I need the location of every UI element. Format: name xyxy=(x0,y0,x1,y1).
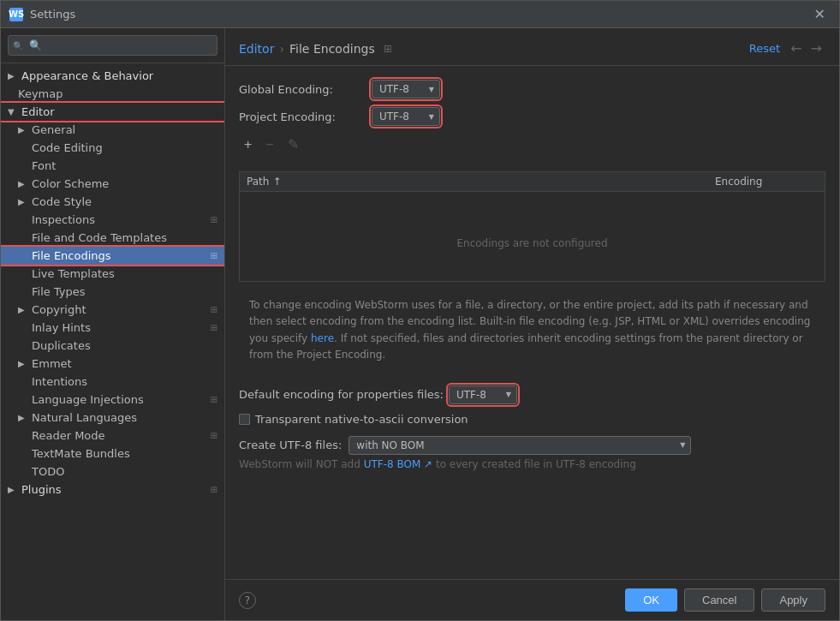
default-encoding-row: Default encoding for properties files: U… xyxy=(239,385,825,404)
sidebar-item-appearance[interactable]: ▶ Appearance & Behavior xyxy=(1,67,224,85)
sidebar-item-inlay-hints[interactable]: Inlay Hints ⊞ xyxy=(1,319,224,337)
sidebar-item-label: File Encodings xyxy=(32,249,111,262)
chevron-right-icon: ▶ xyxy=(18,413,30,422)
global-encoding-row: Global Encoding: UTF-8 ▼ xyxy=(239,80,825,99)
sidebar-item-copyright[interactable]: ▶ Copyright ⊞ xyxy=(1,301,224,319)
col-path-header[interactable]: Path ↑ xyxy=(247,176,715,188)
chevron-down-icon: ▼ xyxy=(8,107,20,116)
col-encoding-header: Encoding xyxy=(715,176,818,188)
help-button[interactable]: ? xyxy=(239,592,256,609)
apply-button[interactable]: Apply xyxy=(761,588,825,612)
sidebar-item-file-encodings[interactable]: File Encodings ⊞ xyxy=(1,247,224,265)
breadcrumb-separator: › xyxy=(279,42,284,56)
info-text: To change encoding WebStorm uses for a f… xyxy=(239,289,825,372)
encoding-form: Global Encoding: UTF-8 ▼ Project Encodin… xyxy=(225,66,839,171)
sidebar-tree: ▶ Appearance & Behavior Keymap ▼ Editor … xyxy=(1,63,224,620)
transparent-checkbox-row: Transparent native-to-ascii conversion xyxy=(239,413,825,426)
ok-button[interactable]: OK xyxy=(625,588,677,612)
sidebar-item-label: Inlay Hints xyxy=(32,321,91,334)
sidebar-item-natural-languages[interactable]: ▶ Natural Languages xyxy=(1,409,224,427)
col-path-sort-icon: ↑ xyxy=(272,176,281,188)
default-encoding-dropdown[interactable]: UTF-8 ▼ xyxy=(449,385,517,404)
chevron-right-icon: ▶ xyxy=(18,305,30,314)
sidebar-item-code-style[interactable]: ▶ Code Style xyxy=(1,193,224,211)
project-encoding-row: Project Encoding: UTF-8 ▼ xyxy=(239,107,825,126)
sidebar-item-label: TextMate Bundles xyxy=(32,447,130,460)
sidebar-item-label: Live Templates xyxy=(32,267,115,280)
sidebar-item-textmate-bundles[interactable]: TextMate Bundles xyxy=(1,445,224,463)
breadcrumb-config-icon: ⊞ xyxy=(384,43,392,55)
dropdown-arrow-icon: ▼ xyxy=(680,441,685,449)
sidebar-item-file-and-code-templates[interactable]: File and Code Templates xyxy=(1,229,224,247)
sidebar-item-reader-mode[interactable]: Reader Mode ⊞ xyxy=(1,427,224,445)
sidebar-item-code-editing[interactable]: Code Editing xyxy=(1,139,224,157)
breadcrumb: Editor › File Encodings ⊞ xyxy=(239,42,392,56)
sidebar-item-label: Keymap xyxy=(18,87,63,100)
transparent-label: Transparent native-to-ascii conversion xyxy=(255,413,468,426)
sidebar-item-duplicates[interactable]: Duplicates xyxy=(1,337,224,355)
config-icon: ⊞ xyxy=(211,305,217,314)
edit-button[interactable]: ✎ xyxy=(283,134,304,154)
titlebar: WS Settings ✕ xyxy=(1,1,839,28)
reset-button[interactable]: Reset xyxy=(749,42,780,55)
sidebar-item-plugins[interactable]: ▶ Plugins ⊞ xyxy=(1,481,224,499)
cancel-button[interactable]: Cancel xyxy=(684,588,754,612)
sidebar-item-emmet[interactable]: ▶ Emmet xyxy=(1,355,224,373)
sidebar-item-label: Intentions xyxy=(32,375,87,388)
dropdown-arrow-icon: ▼ xyxy=(429,113,434,121)
chevron-icon: ▶ xyxy=(8,71,20,81)
main-panel: Editor › File Encodings ⊞ Reset ← → G xyxy=(225,28,839,620)
sidebar-item-color-scheme[interactable]: ▶ Color Scheme xyxy=(1,175,224,193)
create-value: with NO BOM xyxy=(356,439,424,451)
chevron-right-icon: ▶ xyxy=(8,485,20,494)
sidebar-item-label: Plugins xyxy=(21,483,62,496)
search-input[interactable] xyxy=(8,35,217,56)
note-link[interactable]: UTF-8 BOM ↗ xyxy=(364,458,432,470)
add-button[interactable]: + xyxy=(239,135,257,154)
project-encoding-value: UTF-8 xyxy=(379,110,409,122)
note-text-part1: WebStorm will NOT add xyxy=(239,458,364,470)
sidebar-item-file-types[interactable]: File Types xyxy=(1,283,224,301)
sidebar-item-label: Color Scheme xyxy=(32,177,109,190)
sidebar-item-label: Code Editing xyxy=(32,141,103,154)
window-title: Settings xyxy=(30,8,809,21)
header-actions: Reset ← → xyxy=(749,39,825,58)
create-utf8-row: Create UTF-8 files: with NO BOM ▼ xyxy=(239,436,825,455)
nav-back-button[interactable]: ← xyxy=(787,39,805,58)
global-encoding-label: Global Encoding: xyxy=(239,83,372,96)
global-encoding-dropdown[interactable]: UTF-8 ▼ xyxy=(372,80,440,99)
sidebar-item-label: Inspections xyxy=(32,213,95,226)
sidebar-item-label: Reader Mode xyxy=(32,429,105,442)
bottom-bar: ? OK Cancel Apply xyxy=(225,579,839,620)
sidebar-item-intentions[interactable]: Intentions xyxy=(1,373,224,391)
remove-button[interactable]: − xyxy=(260,135,278,154)
nav-arrows: ← → xyxy=(787,39,825,58)
sidebar-item-font[interactable]: Font xyxy=(1,157,224,175)
settings-window: WS Settings ✕ ▶ Appearance & Behavior Ke… xyxy=(0,0,840,621)
sidebar-item-live-templates[interactable]: Live Templates xyxy=(1,265,224,283)
dropdown-arrow-icon: ▼ xyxy=(429,86,434,93)
table-toolbar: + − ✎ xyxy=(239,134,825,154)
sidebar-item-keymap[interactable]: Keymap xyxy=(1,85,224,103)
sidebar-item-editor[interactable]: ▼ Editor xyxy=(1,103,224,121)
sidebar-item-label: Emmet xyxy=(32,357,72,370)
create-label: Create UTF-8 files: xyxy=(239,439,342,451)
transparent-checkbox[interactable] xyxy=(239,414,250,425)
breadcrumb-parent[interactable]: Editor xyxy=(239,42,274,56)
config-icon: ⊞ xyxy=(211,323,217,332)
global-encoding-value: UTF-8 xyxy=(379,83,409,95)
info-link[interactable]: here xyxy=(311,332,334,344)
create-dropdown[interactable]: with NO BOM ▼ xyxy=(349,436,691,455)
dropdown-arrow-icon: ▼ xyxy=(506,391,511,398)
sidebar-item-language-injections[interactable]: Language Injections ⊞ xyxy=(1,391,224,409)
project-encoding-label: Project Encoding: xyxy=(239,110,372,123)
nav-forward-button[interactable]: → xyxy=(807,39,825,58)
sidebar-item-todo[interactable]: TODO xyxy=(1,463,224,481)
empty-state-text: Encodings are not configured xyxy=(456,237,607,249)
close-button[interactable]: ✕ xyxy=(809,4,831,24)
sidebar-item-inspections[interactable]: Inspections ⊞ xyxy=(1,211,224,229)
project-encoding-dropdown[interactable]: UTF-8 ▼ xyxy=(372,107,440,126)
chevron-right-icon: ▶ xyxy=(18,125,30,134)
sidebar-item-general[interactable]: ▶ General xyxy=(1,121,224,139)
table-header: Path ↑ Encoding xyxy=(240,172,825,192)
